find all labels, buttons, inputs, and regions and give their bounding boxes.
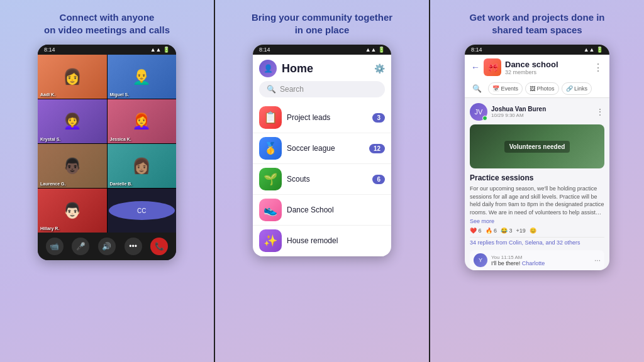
participant-name-jessica: Jessica K. — [110, 137, 131, 141]
community-name-soccer: Soccer league — [287, 144, 364, 153]
post-image: Volunteers needed — [470, 124, 604, 168]
badge-soccer: 12 — [369, 144, 385, 153]
reaction-laugh[interactable]: 😂 3 — [501, 228, 513, 234]
video-cell-laurence: 👨🏿 Laurence G. — [38, 144, 107, 188]
video-cell-krystal: 👩‍🦱 Krystal S. — [38, 99, 107, 143]
community-item-dance[interactable]: 👟 Dance School — [253, 195, 391, 226]
video-cell-aadi: 👩 Aadi K. — [38, 55, 107, 99]
avatar-charlotte: CC — [109, 201, 175, 220]
participant-name-danielle: Danielle B. — [110, 182, 133, 186]
status-time: 8:14 — [44, 47, 55, 53]
search-placeholder: Search — [280, 85, 304, 94]
participant-name-miguel: Miguel S. — [110, 92, 130, 97]
community-item-house[interactable]: ✨ House remodel — [253, 226, 391, 256]
panel-video-calls: Connect with anyone on video meetings an… — [0, 0, 214, 362]
team-info: Dance school 32 members — [505, 60, 589, 75]
video-cell-danielle: 👩🏽 Danielle B. — [108, 144, 177, 188]
post-author-info: Joshua Van Buren 10/29 9:30 AM — [491, 106, 592, 118]
panel-team-space: Get work and projects done in shared tea… — [430, 0, 644, 362]
video-cell-jessica: 👩‍🦰 Jessica K. — [108, 99, 177, 143]
panel1-title: Connect with anyone on video meetings an… — [44, 11, 170, 36]
tab-events[interactable]: 📅 Events — [488, 82, 523, 95]
end-call-button[interactable]: 📞 — [150, 238, 168, 255]
more-button[interactable]: ••• — [125, 238, 142, 255]
reaction-heart[interactable]: ❤️ 6 — [470, 228, 482, 234]
community-item-soccer[interactable]: 🥇 Soccer league 12 — [253, 133, 391, 164]
video-phone-frame: 8:14 ▲▲ 🔋 👩 Aadi K. 👨‍🦲 Miguel S. 👩‍🦱 Kr… — [38, 45, 176, 260]
post-image-overlay: Volunteers needed — [504, 141, 570, 153]
home-phone-frame: 8:14 ▲▲ 🔋 👤 Home ⚙️ 🔍 Search 📋 Project l… — [253, 45, 391, 256]
tab-links[interactable]: 🔗 Links — [562, 82, 592, 95]
reply-mention: Charlotte — [522, 260, 545, 266]
badge-scouts: 6 — [372, 175, 385, 184]
reply-author: You 11:15 AM — [491, 255, 591, 260]
community-list: 📋 Project leads 3 🥇 Soccer league 12 🌱 S… — [253, 102, 391, 256]
post-author-name: Joshua Van Buren — [491, 106, 592, 112]
video-cell-hillary: 👨🏻 Hillary R. — [38, 189, 107, 233]
badge-project-leads: 3 — [372, 113, 385, 123]
community-icon-house: ✨ — [259, 229, 282, 252]
reply-avatar: Y — [474, 253, 487, 267]
post-area: JV Joshua Van Buren 10/29 9:30 AM ⋮ Volu… — [465, 98, 609, 270]
post-author-avatar: JV — [470, 103, 487, 121]
see-more-link[interactable]: See more — [470, 218, 604, 224]
community-name-house: House remodel — [287, 236, 385, 245]
mic-button[interactable]: 🎤 — [72, 238, 89, 255]
participant-name-aadi: Aadi K. — [40, 92, 55, 97]
community-icon-project-leads: 📋 — [259, 106, 282, 129]
team-header: ← 🎀 Dance school 32 members ⋮ — [465, 55, 609, 80]
community-icon-soccer: 🥇 — [259, 137, 282, 160]
community-icon-dance: 👟 — [259, 199, 282, 221]
main-container: Connect with anyone on video meetings an… — [0, 0, 644, 362]
community-icon-scouts: 🌱 — [259, 168, 282, 190]
video-grid: 👩 Aadi K. 👨‍🦲 Miguel S. 👩‍🦱 Krystal S. 👩… — [38, 55, 176, 233]
video-button[interactable]: 📹 — [46, 238, 64, 255]
team-phone-frame: 8:14 ▲▲ 🔋 ← 🎀 Dance school 32 members ⋮ … — [465, 45, 609, 270]
reaction-fire[interactable]: 🔥 6 — [486, 228, 497, 234]
settings-icon[interactable]: ⚙️ — [374, 63, 385, 74]
speaker-button[interactable]: 🔊 — [98, 238, 116, 255]
statusbar-2: 8:14 ▲▲ 🔋 — [253, 45, 391, 55]
community-item-project-leads[interactable]: 📋 Project leads 3 — [253, 102, 391, 133]
status-icons-2: ▲▲ 🔋 — [365, 47, 385, 53]
team-more-options[interactable]: ⋮ — [593, 62, 603, 74]
reply-more-options[interactable]: ··· — [594, 256, 601, 265]
statusbar-3: 8:14 ▲▲ 🔋 — [465, 45, 609, 55]
replies-text[interactable]: 34 replies from Colin, Selena, and 32 ot… — [470, 237, 604, 248]
team-tabs: 🔍 📅 Events 🖼 Photos 🔗 Links — [465, 80, 609, 98]
search-bar[interactable]: 🔍 Search — [259, 81, 385, 97]
call-controls: 📹 🎤 🔊 ••• 📞 — [38, 233, 176, 260]
participant-name-krystal: Krystal S. — [40, 137, 60, 141]
reaction-smiley[interactable]: 😊 — [530, 228, 536, 234]
panel3-title: Get work and projects done in shared tea… — [469, 11, 604, 36]
reaction-more[interactable]: +19 — [516, 228, 526, 234]
status-time-2: 8:14 — [259, 47, 270, 53]
home-header: 👤 Home ⚙️ — [253, 55, 391, 81]
panel-community: Bring your community together in one pla… — [215, 0, 429, 362]
tab-search[interactable]: 🔍 — [469, 82, 486, 95]
team-name: Dance school — [505, 60, 589, 69]
reply-text: I'll be there! Charlotte — [491, 260, 591, 266]
reply-body: I'll be there! — [491, 260, 522, 266]
community-name-project-leads: Project leads — [287, 113, 367, 122]
post-time: 10/29 9:30 AM — [491, 112, 592, 118]
statusbar-1: 8:14 ▲▲ 🔋 — [38, 45, 176, 55]
online-indicator — [482, 116, 487, 121]
tab-photos[interactable]: 🖼 Photos — [525, 82, 559, 95]
post-author-row: JV Joshua Van Buren 10/29 9:30 AM ⋮ — [470, 103, 604, 121]
status-icons-3: ▲▲ 🔋 — [584, 47, 603, 53]
back-button[interactable]: ← — [471, 62, 480, 72]
community-name-dance: Dance School — [287, 206, 385, 214]
home-title: Home — [282, 62, 369, 75]
reply-row: Y You 11:15 AM I'll be there! Charlotte … — [470, 250, 604, 270]
team-icon: 🎀 — [484, 58, 501, 76]
home-user-avatar: 👤 — [259, 60, 277, 77]
reply-content: You 11:15 AM I'll be there! Charlotte — [491, 255, 591, 266]
video-cell-last-row: CC — [108, 189, 177, 233]
post-more-options[interactable]: ⋮ — [596, 107, 604, 117]
community-item-scouts[interactable]: 🌱 Scouts 6 — [253, 164, 391, 195]
post-title: Practice sessions — [470, 173, 604, 182]
participant-name-hillary: Hillary R. — [40, 226, 59, 231]
search-icon: 🔍 — [267, 85, 276, 94]
participant-name-laurence: Laurence G. — [40, 182, 65, 186]
